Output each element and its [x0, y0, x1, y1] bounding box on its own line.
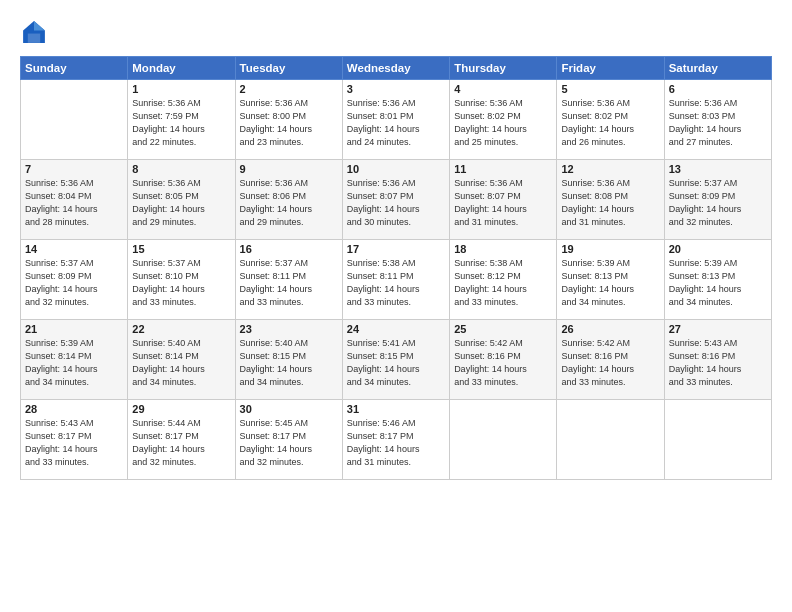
page: SundayMondayTuesdayWednesdayThursdayFrid…	[0, 0, 792, 612]
day-info: Sunrise: 5:36 AM Sunset: 8:03 PM Dayligh…	[669, 97, 767, 149]
calendar-cell: 15Sunrise: 5:37 AM Sunset: 8:10 PM Dayli…	[128, 240, 235, 320]
calendar-cell: 20Sunrise: 5:39 AM Sunset: 8:13 PM Dayli…	[664, 240, 771, 320]
calendar-cell: 14Sunrise: 5:37 AM Sunset: 8:09 PM Dayli…	[21, 240, 128, 320]
day-number: 31	[347, 403, 445, 415]
day-info: Sunrise: 5:36 AM Sunset: 8:08 PM Dayligh…	[561, 177, 659, 229]
calendar-week-row: 7Sunrise: 5:36 AM Sunset: 8:04 PM Daylig…	[21, 160, 772, 240]
logo-icon	[20, 18, 48, 46]
day-info: Sunrise: 5:38 AM Sunset: 8:11 PM Dayligh…	[347, 257, 445, 309]
day-info: Sunrise: 5:40 AM Sunset: 8:14 PM Dayligh…	[132, 337, 230, 389]
day-info: Sunrise: 5:36 AM Sunset: 8:01 PM Dayligh…	[347, 97, 445, 149]
calendar-cell: 18Sunrise: 5:38 AM Sunset: 8:12 PM Dayli…	[450, 240, 557, 320]
calendar-day-header: Tuesday	[235, 57, 342, 80]
day-number: 17	[347, 243, 445, 255]
day-info: Sunrise: 5:39 AM Sunset: 8:13 PM Dayligh…	[561, 257, 659, 309]
svg-marker-1	[34, 21, 45, 30]
day-number: 6	[669, 83, 767, 95]
calendar-cell: 9Sunrise: 5:36 AM Sunset: 8:06 PM Daylig…	[235, 160, 342, 240]
day-info: Sunrise: 5:41 AM Sunset: 8:15 PM Dayligh…	[347, 337, 445, 389]
day-info: Sunrise: 5:43 AM Sunset: 8:17 PM Dayligh…	[25, 417, 123, 469]
calendar-cell: 4Sunrise: 5:36 AM Sunset: 8:02 PM Daylig…	[450, 80, 557, 160]
day-number: 25	[454, 323, 552, 335]
day-info: Sunrise: 5:39 AM Sunset: 8:13 PM Dayligh…	[669, 257, 767, 309]
day-number: 10	[347, 163, 445, 175]
calendar-cell: 17Sunrise: 5:38 AM Sunset: 8:11 PM Dayli…	[342, 240, 449, 320]
day-info: Sunrise: 5:36 AM Sunset: 8:00 PM Dayligh…	[240, 97, 338, 149]
calendar-cell: 21Sunrise: 5:39 AM Sunset: 8:14 PM Dayli…	[21, 320, 128, 400]
day-number: 9	[240, 163, 338, 175]
day-info: Sunrise: 5:44 AM Sunset: 8:17 PM Dayligh…	[132, 417, 230, 469]
day-number: 19	[561, 243, 659, 255]
day-info: Sunrise: 5:45 AM Sunset: 8:17 PM Dayligh…	[240, 417, 338, 469]
day-info: Sunrise: 5:36 AM Sunset: 8:05 PM Dayligh…	[132, 177, 230, 229]
calendar-day-header: Friday	[557, 57, 664, 80]
day-number: 27	[669, 323, 767, 335]
day-number: 5	[561, 83, 659, 95]
calendar-cell: 25Sunrise: 5:42 AM Sunset: 8:16 PM Dayli…	[450, 320, 557, 400]
calendar-cell: 16Sunrise: 5:37 AM Sunset: 8:11 PM Dayli…	[235, 240, 342, 320]
day-info: Sunrise: 5:42 AM Sunset: 8:16 PM Dayligh…	[454, 337, 552, 389]
day-number: 4	[454, 83, 552, 95]
day-number: 16	[240, 243, 338, 255]
calendar-cell	[557, 400, 664, 480]
day-info: Sunrise: 5:37 AM Sunset: 8:09 PM Dayligh…	[25, 257, 123, 309]
calendar-cell: 13Sunrise: 5:37 AM Sunset: 8:09 PM Dayli…	[664, 160, 771, 240]
day-number: 14	[25, 243, 123, 255]
day-info: Sunrise: 5:36 AM Sunset: 8:07 PM Dayligh…	[347, 177, 445, 229]
day-number: 29	[132, 403, 230, 415]
calendar-cell: 6Sunrise: 5:36 AM Sunset: 8:03 PM Daylig…	[664, 80, 771, 160]
day-info: Sunrise: 5:36 AM Sunset: 8:07 PM Dayligh…	[454, 177, 552, 229]
day-number: 2	[240, 83, 338, 95]
calendar-cell: 12Sunrise: 5:36 AM Sunset: 8:08 PM Dayli…	[557, 160, 664, 240]
day-info: Sunrise: 5:36 AM Sunset: 8:06 PM Dayligh…	[240, 177, 338, 229]
day-info: Sunrise: 5:36 AM Sunset: 8:04 PM Dayligh…	[25, 177, 123, 229]
calendar-cell: 19Sunrise: 5:39 AM Sunset: 8:13 PM Dayli…	[557, 240, 664, 320]
calendar-cell	[21, 80, 128, 160]
day-info: Sunrise: 5:39 AM Sunset: 8:14 PM Dayligh…	[25, 337, 123, 389]
calendar-cell: 24Sunrise: 5:41 AM Sunset: 8:15 PM Dayli…	[342, 320, 449, 400]
day-number: 12	[561, 163, 659, 175]
day-info: Sunrise: 5:36 AM Sunset: 8:02 PM Dayligh…	[561, 97, 659, 149]
day-info: Sunrise: 5:36 AM Sunset: 7:59 PM Dayligh…	[132, 97, 230, 149]
day-number: 24	[347, 323, 445, 335]
day-number: 18	[454, 243, 552, 255]
svg-rect-2	[28, 34, 40, 43]
calendar-cell	[664, 400, 771, 480]
calendar-table: SundayMondayTuesdayWednesdayThursdayFrid…	[20, 56, 772, 480]
day-info: Sunrise: 5:40 AM Sunset: 8:15 PM Dayligh…	[240, 337, 338, 389]
day-number: 26	[561, 323, 659, 335]
day-info: Sunrise: 5:38 AM Sunset: 8:12 PM Dayligh…	[454, 257, 552, 309]
day-info: Sunrise: 5:37 AM Sunset: 8:11 PM Dayligh…	[240, 257, 338, 309]
calendar-week-row: 1Sunrise: 5:36 AM Sunset: 7:59 PM Daylig…	[21, 80, 772, 160]
day-number: 11	[454, 163, 552, 175]
day-info: Sunrise: 5:37 AM Sunset: 8:10 PM Dayligh…	[132, 257, 230, 309]
calendar-day-header: Thursday	[450, 57, 557, 80]
calendar-cell: 30Sunrise: 5:45 AM Sunset: 8:17 PM Dayli…	[235, 400, 342, 480]
day-number: 28	[25, 403, 123, 415]
day-info: Sunrise: 5:43 AM Sunset: 8:16 PM Dayligh…	[669, 337, 767, 389]
calendar-cell: 10Sunrise: 5:36 AM Sunset: 8:07 PM Dayli…	[342, 160, 449, 240]
calendar-day-header: Sunday	[21, 57, 128, 80]
calendar-cell: 8Sunrise: 5:36 AM Sunset: 8:05 PM Daylig…	[128, 160, 235, 240]
day-number: 1	[132, 83, 230, 95]
day-number: 20	[669, 243, 767, 255]
calendar-cell: 28Sunrise: 5:43 AM Sunset: 8:17 PM Dayli…	[21, 400, 128, 480]
calendar-cell: 5Sunrise: 5:36 AM Sunset: 8:02 PM Daylig…	[557, 80, 664, 160]
day-info: Sunrise: 5:46 AM Sunset: 8:17 PM Dayligh…	[347, 417, 445, 469]
day-info: Sunrise: 5:37 AM Sunset: 8:09 PM Dayligh…	[669, 177, 767, 229]
calendar-week-row: 21Sunrise: 5:39 AM Sunset: 8:14 PM Dayli…	[21, 320, 772, 400]
calendar-day-header: Monday	[128, 57, 235, 80]
day-number: 22	[132, 323, 230, 335]
day-number: 30	[240, 403, 338, 415]
calendar-cell: 1Sunrise: 5:36 AM Sunset: 7:59 PM Daylig…	[128, 80, 235, 160]
calendar-day-header: Saturday	[664, 57, 771, 80]
logo	[20, 18, 52, 46]
calendar-cell: 23Sunrise: 5:40 AM Sunset: 8:15 PM Dayli…	[235, 320, 342, 400]
calendar-cell: 26Sunrise: 5:42 AM Sunset: 8:16 PM Dayli…	[557, 320, 664, 400]
day-info: Sunrise: 5:36 AM Sunset: 8:02 PM Dayligh…	[454, 97, 552, 149]
calendar-week-row: 28Sunrise: 5:43 AM Sunset: 8:17 PM Dayli…	[21, 400, 772, 480]
calendar-cell: 27Sunrise: 5:43 AM Sunset: 8:16 PM Dayli…	[664, 320, 771, 400]
calendar-week-row: 14Sunrise: 5:37 AM Sunset: 8:09 PM Dayli…	[21, 240, 772, 320]
day-number: 21	[25, 323, 123, 335]
calendar-cell: 22Sunrise: 5:40 AM Sunset: 8:14 PM Dayli…	[128, 320, 235, 400]
